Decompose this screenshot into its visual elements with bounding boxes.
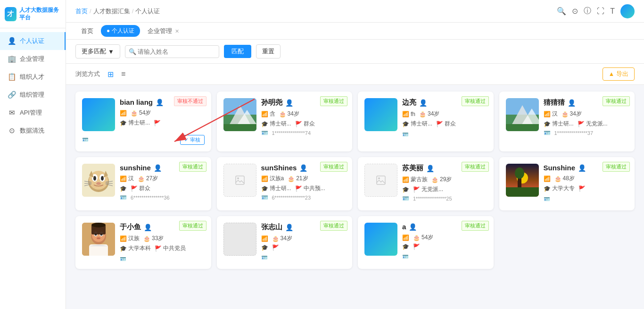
fullscreen-icon[interactable]: ⛶ — [597, 7, 604, 16]
svg-rect-32 — [506, 187, 539, 197]
detail-row-1: 📶 蒙古族 🎂 29岁 — [402, 175, 487, 184]
card-guess: 审核通过 猜猜猜 👤 — [499, 92, 635, 151]
tab-personal-auth[interactable]: ● 个人认证 — [101, 25, 140, 37]
card-avatar-placeholder — [364, 164, 397, 197]
card-avatar — [364, 223, 397, 256]
sidebar: 才 人才大数据服务平台 👤 个人认证 🏢 企业管理 📋 组织人才 🔗 组织管理 … — [0, 0, 66, 309]
id-icon: 🪪 — [261, 130, 268, 136]
id-value: 6***************23 — [272, 195, 311, 200]
sidebar-item-org-talent[interactable]: 📋 组织人才 — [0, 68, 66, 86]
id-icon: 🪪 — [402, 195, 409, 202]
status-badge: 审核通过 — [603, 96, 630, 106]
main-content: 首页 / 人才数据汇集 / 个人认证 🔍 ⊙ ⓘ ⛶ T 首页 ● 个人认证 企… — [66, 0, 644, 309]
education-item: 🎓 博士研... — [544, 120, 574, 128]
card-avatar — [223, 98, 256, 131]
age-value: 54岁 — [421, 234, 433, 242]
birthday-icon: 🎂 — [138, 175, 145, 182]
status-badge: 审核通过 — [462, 96, 489, 106]
card-name: sunshine — [120, 164, 151, 172]
party-item: 🚩 无党派... — [578, 120, 608, 128]
age-value: 27岁 — [146, 175, 158, 183]
card-avatar — [82, 98, 115, 131]
svg-rect-28 — [377, 176, 385, 184]
breadcrumb-home[interactable]: 首页 — [75, 7, 88, 16]
education-item: 🎓 — [402, 243, 409, 250]
list-view-icon[interactable]: ≡ — [121, 70, 125, 78]
match-button[interactable]: 匹配 — [224, 45, 251, 58]
detail-row-2: 🎓 🚩 群众 — [120, 184, 205, 192]
help-icon[interactable]: ⓘ — [584, 6, 591, 16]
edu-icon: 🎓 — [544, 121, 551, 127]
font-icon[interactable]: T — [610, 7, 615, 16]
audit-button[interactable]: ✓ 审核 — [180, 135, 205, 145]
flag-icon: 🚩 — [295, 121, 302, 127]
sidebar-item-api-mgmt[interactable]: ✉ API管理 — [0, 104, 66, 122]
age-item: 🎂 54岁 — [131, 109, 151, 117]
sidebar-item-org-mgmt[interactable]: 🔗 组织管理 — [0, 86, 66, 104]
status-badge: 审核通过 — [320, 162, 347, 172]
svg-point-17 — [96, 182, 101, 185]
svg-point-42 — [97, 237, 100, 239]
github-icon[interactable]: ⊙ — [572, 7, 578, 16]
detail-row-1: 📶 含 🎂 34岁 — [261, 110, 346, 118]
id-row: 🪪 6***************36 — [120, 194, 205, 201]
more-match-button[interactable]: 更多匹配 ▼ — [75, 44, 120, 58]
audit-label: 审核 — [190, 136, 200, 143]
svg-point-15 — [93, 176, 96, 181]
education-item: 🎓 博士研... — [261, 120, 291, 128]
edu-value: 大学大专 — [552, 184, 575, 192]
sidebar-item-data-clean[interactable]: ⊙ 数据清洗 — [0, 122, 66, 140]
breadcrumb-sep2: / — [132, 8, 134, 15]
reset-button[interactable]: 重置 — [256, 44, 281, 58]
age-item: 🎂 33岁 — [143, 234, 164, 242]
card-id: 🪪 — [544, 196, 550, 202]
search-icon[interactable]: 🔍 — [557, 7, 566, 16]
breadcrumb-sep1: / — [90, 8, 91, 15]
svg-rect-26 — [236, 176, 244, 184]
ethnicity-item: 📶 — [120, 110, 127, 117]
card-id: 🪪 — [402, 254, 409, 260]
tab-enterprise-mgmt[interactable]: 企业管理 ✕ — [142, 24, 185, 38]
wifi-icon: 📶 — [261, 111, 268, 117]
card-avatar — [506, 164, 539, 197]
sidebar-item-personal-auth[interactable]: 👤 个人认证 — [0, 32, 66, 50]
age-item: 🎂 34岁 — [279, 110, 299, 118]
flag-icon: 🚩 — [131, 185, 138, 192]
status-badge: 审核通过 — [462, 221, 489, 231]
export-button[interactable]: ▲ 导出 — [603, 67, 635, 81]
sidebar-item-enterprise-mgmt[interactable]: 🏢 企业管理 — [0, 50, 66, 68]
flag-icon: 🚩 — [295, 185, 302, 192]
age-value: 34岁 — [428, 110, 439, 118]
ethnicity-value: fh — [411, 111, 415, 117]
id-icon: 🪪 — [261, 194, 268, 201]
edu-value: 博士研... — [411, 120, 432, 128]
search-input[interactable] — [125, 45, 219, 58]
sidebar-item-label: 企业管理 — [20, 55, 44, 63]
ethnicity-item: 📶 汉 — [544, 110, 558, 118]
card-name: 苏美丽 — [402, 164, 423, 173]
card-avatar — [82, 223, 115, 256]
party-item: 🚩 无党派... — [413, 185, 443, 193]
flag-icon: 🚩 — [154, 120, 161, 126]
detail-row-2: 🎓 大学大专 🚩 — [544, 184, 628, 192]
edu-value: 博士研... — [552, 120, 574, 128]
birthday-icon: 🎂 — [288, 175, 295, 182]
card-sun-mingfan: 审核通过 孙明尧 👤 — [217, 92, 353, 151]
browse-label: 浏览方式 — [75, 70, 100, 78]
birthday-icon: 🎂 — [431, 176, 438, 183]
party-item: 🚩 — [578, 185, 586, 192]
edu-value: 博士研... — [270, 120, 291, 128]
id-icon: 🪪 — [120, 256, 126, 262]
chevron-down-icon: ▼ — [108, 48, 114, 55]
id-icon: 🪪 — [544, 130, 551, 136]
card-name: a — [402, 223, 406, 231]
tab-home[interactable]: 首页 — [75, 24, 99, 38]
grid-view-icon[interactable]: ⊞ — [107, 70, 114, 79]
svg-point-45 — [91, 223, 106, 227]
user-avatar[interactable] — [620, 4, 635, 18]
flag-icon: 🚩 — [272, 244, 279, 251]
party-item: 🚩 — [413, 243, 420, 250]
tab-close-icon[interactable]: ✕ — [175, 28, 179, 34]
card-footer: 🪪 — [261, 255, 346, 261]
sidebar-item-label: API管理 — [20, 109, 42, 117]
